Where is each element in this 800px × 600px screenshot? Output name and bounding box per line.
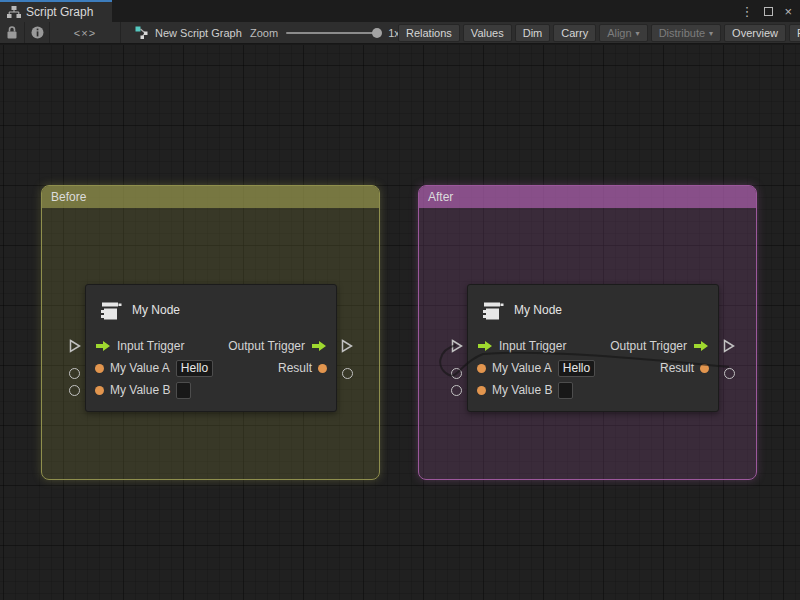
port-row: My Value B (86, 379, 336, 401)
value-port-icon (700, 364, 709, 373)
control-output-port[interactable] (723, 339, 735, 353)
unit-node-icon (97, 297, 123, 323)
value-b-field[interactable] (176, 382, 191, 399)
zoom-slider-handle[interactable] (372, 28, 382, 38)
tab-script-graph[interactable]: Script Graph (0, 0, 112, 22)
control-input-port[interactable] (451, 339, 463, 353)
full-screen-button[interactable]: Full Screen (789, 24, 800, 42)
port-output-trigger[interactable]: Output Trigger (610, 339, 709, 353)
dim-button[interactable]: Dim (515, 24, 551, 42)
port-row: My Value A Hello Result (86, 357, 336, 379)
script-graph-asset-icon (135, 26, 149, 40)
node-header: My Node (468, 285, 718, 335)
port-input-trigger[interactable]: Input Trigger (477, 339, 566, 353)
value-port-icon (477, 364, 486, 373)
code-preview-toggle[interactable]: <×> (50, 22, 120, 44)
value-input-port-a[interactable] (69, 368, 80, 379)
unit-node-icon (479, 297, 505, 323)
value-b-field[interactable] (558, 382, 573, 399)
port-my-value-b[interactable]: My Value B (95, 382, 191, 399)
flow-arrow-icon (477, 340, 493, 352)
flow-arrow-icon (95, 340, 111, 352)
toolbar-buttons: Relations Values Dim Carry Align ▾ Distr… (398, 24, 800, 42)
graph-tab-icon (7, 6, 21, 18)
value-port-icon (318, 364, 327, 373)
window-controls: ⋮ × (740, 0, 796, 22)
port-my-value-b[interactable]: My Value B (477, 382, 573, 399)
values-button[interactable]: Values (463, 24, 512, 42)
chevron-down-icon: ▾ (709, 29, 713, 38)
control-output-port[interactable] (341, 339, 353, 353)
info-button[interactable] (25, 22, 49, 44)
value-port-icon (95, 364, 104, 373)
tab-bar: Script Graph ⋮ × (0, 0, 800, 22)
port-row: Input Trigger Output Trigger (468, 335, 718, 357)
value-input-port-a[interactable] (451, 368, 462, 379)
port-result[interactable]: Result (660, 361, 709, 375)
group-after-header[interactable]: After (419, 186, 756, 208)
group-label: Before (51, 190, 86, 204)
control-input-port[interactable] (69, 339, 81, 353)
port-row: My Value B (468, 379, 718, 401)
overview-button[interactable]: Overview (724, 24, 786, 42)
port-row: Input Trigger Output Trigger (86, 335, 336, 357)
graph-toolbar: <×> New Script Graph Zoom 1x Relations V… (0, 22, 800, 44)
value-output-port-result[interactable] (724, 368, 735, 379)
node-my-node-before[interactable]: My Node Input Trigger Output Trigger M (85, 284, 337, 412)
relations-button[interactable]: Relations (398, 24, 460, 42)
group-label: After (428, 190, 453, 204)
port-output-trigger[interactable]: Output Trigger (228, 339, 327, 353)
flow-arrow-icon (311, 340, 327, 352)
port-result[interactable]: Result (278, 361, 327, 375)
value-a-field[interactable]: Hello (176, 360, 213, 377)
node-header: My Node (86, 285, 336, 335)
chevron-down-icon: ▾ (636, 29, 640, 38)
value-input-port-b[interactable] (451, 385, 462, 396)
graph-breadcrumb[interactable]: New Script Graph (121, 22, 242, 44)
align-dropdown[interactable]: Align ▾ (599, 24, 647, 42)
menu-icon[interactable]: ⋮ (740, 5, 753, 18)
close-icon[interactable]: × (784, 5, 792, 18)
distribute-dropdown[interactable]: Distribute ▾ (651, 24, 721, 42)
node-my-node-after[interactable]: My Node Input Trigger Output Trigger M (467, 284, 719, 412)
port-input-trigger[interactable]: Input Trigger (95, 339, 184, 353)
port-row: My Value A Hello Result (468, 357, 718, 379)
lock-icon (6, 26, 18, 39)
group-before-header[interactable]: Before (42, 186, 379, 208)
graph-canvas[interactable]: Before After My Node (0, 45, 800, 600)
flow-arrow-icon (693, 340, 709, 352)
zoom-label: Zoom (250, 27, 278, 39)
node-title: My Node (514, 303, 562, 317)
graph-name: New Script Graph (155, 27, 242, 39)
zoom-control: Zoom 1x (250, 22, 400, 44)
port-my-value-a[interactable]: My Value A Hello (477, 360, 595, 377)
zoom-slider[interactable] (286, 32, 378, 34)
script-graph-window: Script Graph ⋮ × <×> (0, 0, 800, 600)
node-title: My Node (132, 303, 180, 317)
port-my-value-a[interactable]: My Value A Hello (95, 360, 213, 377)
code-icon: <×> (74, 27, 96, 39)
lock-button[interactable] (0, 22, 24, 44)
value-output-port-result[interactable] (342, 368, 353, 379)
value-port-icon (95, 386, 104, 395)
value-port-icon (477, 386, 486, 395)
carry-button[interactable]: Carry (553, 24, 596, 42)
value-a-field[interactable]: Hello (558, 360, 595, 377)
tab-title: Script Graph (26, 5, 93, 19)
info-icon (31, 26, 44, 39)
value-input-port-b[interactable] (69, 385, 80, 396)
maximize-icon[interactable] (764, 7, 773, 16)
